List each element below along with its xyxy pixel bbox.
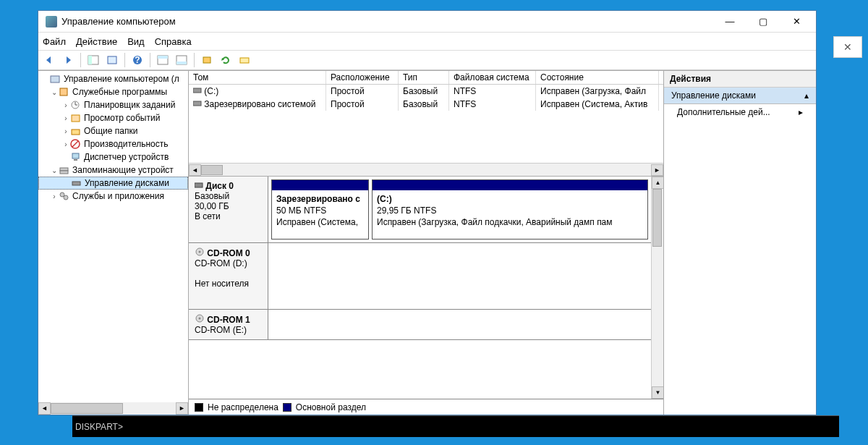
svg-rect-24 [193, 88, 201, 93]
legend-swatch-unallocated [195, 403, 203, 412]
scroll-thumb[interactable] [652, 189, 662, 247]
svg-text:?: ? [135, 55, 140, 65]
properties-button[interactable] [104, 52, 120, 68]
minimize-button[interactable]: — [713, 11, 746, 33]
tree-event-viewer[interactable]: ›Просмотр событий [38, 111, 188, 124]
collapse-icon: ▴ [804, 90, 809, 101]
actions-selected-node[interactable]: Управление дисками▴ [664, 88, 816, 104]
svg-rect-10 [240, 58, 249, 63]
tree-task-scheduler[interactable]: ›Планировщик заданий [38, 98, 188, 111]
window-title: Управление компьютером [61, 16, 713, 27]
svg-rect-25 [193, 101, 201, 106]
disk-info: CD-ROM 1 CD-ROM (E:) [189, 310, 268, 339]
maximize-button[interactable]: ▢ [746, 11, 780, 33]
volume-row[interactable]: (C:) Простой Базовый NTFS Исправен (Загр… [189, 85, 663, 98]
svg-rect-11 [51, 76, 59, 82]
svg-rect-19 [60, 168, 68, 171]
svg-rect-1 [88, 56, 92, 64]
svg-rect-12 [60, 88, 67, 96]
legend: Не распределена Основной раздел [189, 399, 663, 415]
menu-view[interactable]: Вид [127, 36, 145, 47]
tree-device-manager[interactable]: Диспетчер устройств [38, 151, 188, 164]
svg-rect-20 [60, 171, 68, 174]
col-volume[interactable]: Том [189, 71, 326, 84]
disk-row[interactable]: CD-ROM 1 CD-ROM (E:) [189, 310, 663, 340]
scroll-right-icon[interactable]: ► [651, 164, 663, 176]
help-button[interactable]: ? [129, 52, 145, 68]
col-layout[interactable]: Расположение [326, 71, 399, 84]
tree-services[interactable]: ›Службы и приложения [38, 190, 188, 203]
disk-row[interactable]: CD-ROM 0 CD-ROM (D:) Нет носителя [189, 243, 663, 310]
svg-rect-8 [176, 62, 187, 64]
tree-performance[interactable]: ›Производительность [38, 137, 188, 151]
svg-rect-18 [74, 159, 77, 161]
svg-point-30 [199, 318, 201, 320]
legend-primary: Основной раздел [296, 402, 366, 412]
close-button[interactable]: ✕ [780, 11, 813, 33]
col-type[interactable]: Тип [399, 71, 449, 84]
titlebar[interactable]: Управление компьютером — ▢ ✕ [38, 11, 816, 33]
scroll-right-icon[interactable]: ► [176, 402, 188, 415]
actions-more[interactable]: Дополнительные дей...▸ [664, 104, 816, 120]
col-status[interactable]: Состояние [536, 71, 659, 84]
scroll-up-icon[interactable]: ▲ [652, 177, 663, 189]
svg-rect-21 [72, 182, 80, 185]
tree-storage[interactable]: ⌄Запоминающие устройст [38, 164, 188, 177]
back-button[interactable] [41, 52, 57, 68]
col-fs[interactable]: Файловая система [449, 71, 536, 84]
scroll-thumb[interactable] [201, 165, 223, 175]
svg-rect-14 [72, 115, 80, 122]
volume-hscrollbar[interactable]: ◄ ► [189, 163, 663, 176]
tree-hscrollbar[interactable]: ◄ ► [38, 402, 188, 415]
svg-rect-6 [158, 56, 168, 59]
settings-button[interactable] [199, 52, 215, 68]
legend-swatch-primary [283, 403, 292, 412]
command-prompt[interactable]: DISKPART> [72, 415, 839, 437]
svg-point-28 [199, 251, 201, 253]
view-top-button[interactable] [155, 52, 171, 68]
app-icon [46, 16, 57, 27]
tree-system-tools[interactable]: ⌄Служебные программы [38, 85, 188, 98]
disk-vscrollbar[interactable]: ▲ ▼ [651, 177, 663, 399]
action-button[interactable] [237, 52, 252, 68]
tree-disk-management[interactable]: Управление дисками [38, 177, 188, 190]
svg-rect-26 [195, 183, 203, 187]
volume-row[interactable]: Зарезервировано системой Простой Базовый… [189, 98, 663, 111]
svg-rect-9 [203, 57, 210, 63]
scroll-left-icon[interactable]: ◄ [189, 164, 201, 176]
computer-management-window: Управление компьютером — ▢ ✕ Файл Действ… [38, 10, 817, 415]
menu-help[interactable]: Справка [155, 36, 192, 47]
tree-root[interactable]: Управление компьютером (л [38, 72, 188, 85]
toolbar: ? [38, 50, 816, 70]
legend-unallocated: Не распределена [208, 402, 278, 412]
scroll-left-icon[interactable]: ◄ [38, 402, 51, 415]
chevron-right-icon: ▸ [799, 107, 803, 117]
partition[interactable]: (C:)29,95 ГБ NTFSИсправен (Загрузка, Фай… [372, 179, 648, 240]
menubar: Файл Действие Вид Справка [38, 33, 816, 50]
scroll-thumb[interactable] [51, 403, 123, 414]
menu-file[interactable]: Файл [43, 36, 66, 47]
diskpart-prompt: DISKPART> [75, 422, 123, 432]
background-close-button[interactable]: ✕ [833, 36, 862, 58]
disk-info: CD-ROM 0 CD-ROM (D:) Нет носителя [189, 243, 268, 309]
volume-list: Том Расположение Тип Файловая система Со… [189, 71, 663, 177]
menu-action[interactable]: Действие [76, 36, 117, 47]
forward-button[interactable] [60, 52, 76, 68]
partition[interactable]: Зарезервировано с50 МБ NTFSИсправен (Сис… [271, 179, 369, 240]
disk-info: Диск 0 Базовый 30,00 ГБ В сети [189, 177, 268, 242]
svg-rect-2 [108, 56, 116, 64]
show-hide-tree-button[interactable] [85, 52, 101, 68]
volume-list-header[interactable]: Том Расположение Тип Файловая система Со… [189, 71, 663, 85]
svg-point-23 [64, 195, 68, 200]
view-bottom-button[interactable] [174, 52, 190, 68]
actions-header: Действия [664, 71, 816, 88]
tree-shared-folders[interactable]: ›Общие папки [38, 124, 188, 137]
navigation-tree[interactable]: Управление компьютером (л ⌄Служебные про… [38, 71, 189, 415]
scroll-down-icon[interactable]: ▼ [652, 386, 663, 399]
disk-graphical-view: ▲ ▼ Диск 0 Базовый 30,00 ГБ В сети [189, 177, 663, 399]
actions-pane: Действия Управление дисками▴ Дополнитель… [664, 71, 816, 415]
svg-rect-17 [72, 153, 79, 158]
disk-row[interactable]: Диск 0 Базовый 30,00 ГБ В сети Зарезерви… [189, 177, 663, 243]
svg-rect-15 [72, 130, 80, 135]
refresh-button[interactable] [218, 52, 234, 68]
